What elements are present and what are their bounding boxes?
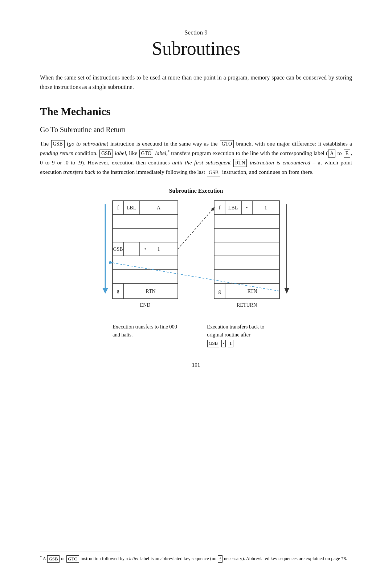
svg-marker-22: [102, 288, 108, 294]
rtn-key-inline: RTN: [233, 159, 247, 167]
diagram-title: Subroutine Execution: [40, 188, 352, 194]
gto-key-inline2: GTO: [139, 150, 154, 158]
gsb-footnote-key: GSB: [47, 555, 59, 563]
caption-right: Execution transfers back to original rou…: [207, 323, 279, 347]
mechanics-heading: The Mechanics: [40, 105, 352, 118]
section-label: Section 9: [40, 29, 352, 36]
subsection-heading: Go To Subroutine and Return: [40, 126, 352, 134]
diagram-svg-wrapper: f LBL A GSB • 1 g RTN END: [40, 201, 352, 317]
diagram-captions: Execution transfers to line 000 and halt…: [40, 323, 352, 347]
footnote-area: * A GSB or GTO instruction followed by a…: [40, 551, 352, 563]
gsb-key-inline: GSB: [51, 140, 65, 148]
caption-left: Execution transfers to line 000 and halt…: [113, 323, 185, 347]
one-caption-key: 1: [228, 340, 233, 347]
a-key-inline: A: [328, 150, 335, 158]
svg-text:RTN: RTN: [247, 289, 257, 294]
svg-text:f: f: [219, 205, 221, 211]
svg-rect-23: [214, 201, 279, 299]
footnote-text: * A GSB or GTO instruction followed by a…: [40, 554, 352, 563]
svg-line-43: [178, 208, 214, 249]
page-number: 101: [40, 362, 352, 368]
svg-text:A: A: [157, 205, 161, 211]
page-title: Subroutines: [40, 38, 352, 59]
svg-text:RETURN: RETURN: [237, 302, 257, 308]
svg-text:RTN: RTN: [146, 289, 155, 294]
svg-text:f: f: [117, 205, 119, 211]
diagram-section: Subroutine Execution f LBL: [40, 188, 352, 347]
svg-text:GSB: GSB: [113, 246, 123, 252]
gsb-key-inline2: GSB: [99, 150, 113, 158]
body-paragraph: The GSB (go to subroutine) instruction i…: [40, 139, 352, 177]
svg-text:g: g: [219, 289, 221, 294]
page: Section 9 Subroutines When the same set …: [0, 0, 392, 588]
svg-text:1: 1: [265, 205, 267, 211]
f-footnote-key: f: [218, 555, 222, 563]
diagram-svg: f LBL A GSB • 1 g RTN END: [83, 201, 309, 317]
svg-text:LBL: LBL: [228, 205, 238, 211]
intro-paragraph: When the same set of instructions needs …: [40, 73, 352, 92]
gsb-key-inline3: GSB: [207, 169, 220, 177]
svg-text:END: END: [140, 302, 151, 308]
svg-text:1: 1: [158, 246, 160, 252]
svg-text:•: •: [246, 205, 248, 211]
dot-caption-key: •: [221, 340, 226, 347]
gsb-caption-key: GSB: [207, 340, 219, 347]
svg-marker-42: [284, 288, 289, 294]
svg-text:g: g: [117, 289, 119, 294]
footnote-divider: [40, 551, 120, 551]
svg-text:•: •: [144, 246, 146, 252]
gto-key-inline: GTO: [220, 140, 234, 148]
gto-footnote-key: GTO: [66, 555, 79, 563]
e-key-inline: E: [344, 150, 351, 158]
svg-text:LBL: LBL: [127, 205, 136, 211]
